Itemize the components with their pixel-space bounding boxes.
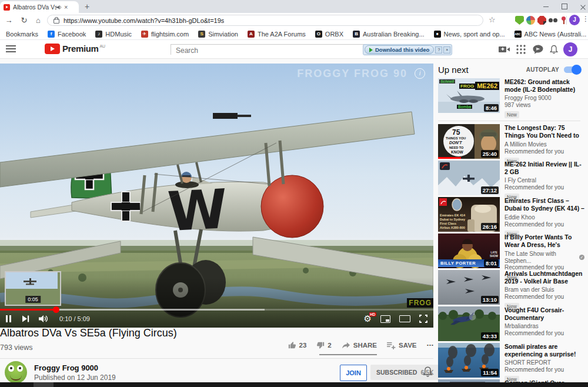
up-next-item[interactable]: 11:54 Somali pirates are experiencing a … bbox=[438, 343, 585, 383]
dislike-button[interactable]: 2 bbox=[316, 341, 331, 349]
video-thumbnail[interactable]: Schnell FROG ME262 Bomba 8:46 bbox=[438, 78, 500, 113]
bookmark-item[interactable]: Bookmarks bbox=[6, 31, 38, 38]
idm-extension-icon[interactable] bbox=[526, 16, 535, 25]
channel-name[interactable]: Froggy Frog 9000 bbox=[34, 363, 98, 372]
video-thumbnail[interactable]: 13:10 bbox=[438, 270, 500, 305]
padlock-icon[interactable] bbox=[54, 19, 59, 24]
save-button[interactable]: SAVE bbox=[387, 342, 416, 349]
suggested-meta: Recommended for you bbox=[505, 148, 584, 155]
channel-notification-bell-icon[interactable] bbox=[422, 366, 433, 381]
pause-button[interactable] bbox=[6, 315, 13, 322]
url-text[interactable]: https://www.youtube.com/watch?v=4h31bh-g… bbox=[64, 17, 224, 24]
guide-menu-icon[interactable] bbox=[6, 45, 16, 53]
up-next-heading: Up next bbox=[438, 65, 469, 75]
video-thumbnail[interactable]: 43:33 bbox=[438, 306, 500, 341]
suggested-title: If Billy Porter Wants To Wear A Dress, H… bbox=[505, 233, 584, 249]
video-thumbnail[interactable]: 27:12 bbox=[438, 161, 500, 195]
up-next-sidebar: Up next AUTOPLAY Schnell FROG ME262 Bomb… bbox=[438, 64, 585, 386]
theater-mode-button[interactable] bbox=[399, 315, 410, 322]
channel-avatar[interactable] bbox=[5, 361, 27, 383]
suggested-meta: 987 views bbox=[505, 102, 584, 109]
video-title: Albatros DVa Vs SE5a (Flying Circus) bbox=[0, 327, 306, 339]
time-display: 0:10 / 5:09 bbox=[59, 315, 90, 322]
volume-button[interactable] bbox=[39, 315, 49, 323]
up-next-item[interactable]: Schnell FROG ME262 Bomba 8:46 ME262: Gro… bbox=[438, 78, 585, 119]
browser-tab[interactable]: Albatros DVa Vs SE5a (Flying × bbox=[0, 1, 79, 13]
miniplayer-button[interactable] bbox=[380, 315, 390, 323]
search-input[interactable] bbox=[171, 46, 369, 55]
home-button[interactable]: ⌂ bbox=[33, 15, 44, 26]
youtube-premium-logo[interactable]: Premium AU bbox=[45, 44, 105, 54]
video-thumbnail[interactable]: 11:54 bbox=[438, 343, 500, 378]
glasses-extension-icon[interactable] bbox=[549, 16, 557, 25]
forward-button[interactable]: → bbox=[4, 15, 14, 26]
suggested-channel: I Fly Central bbox=[505, 177, 536, 184]
youtube-profile-avatar[interactable]: J bbox=[563, 42, 577, 56]
bookmark-item[interactable]: OORBX bbox=[315, 31, 343, 38]
fullscreen-button[interactable] bbox=[419, 315, 427, 323]
search-box[interactable] bbox=[171, 44, 369, 55]
seek-preview-thumbnail: 0:05 bbox=[5, 271, 61, 306]
video-info-card-icon[interactable]: i bbox=[415, 68, 425, 79]
bookmark-item[interactable]: BAustralian Breaking... bbox=[353, 31, 425, 38]
video-player[interactable]: W bbox=[0, 64, 433, 328]
tab-audio-icon[interactable] bbox=[56, 5, 62, 10]
new-tab-button[interactable]: + bbox=[82, 2, 92, 11]
video-thumbnail[interactable]: BILLY PORTER LATE SHOW 8:01 bbox=[438, 233, 500, 268]
idm-help-button[interactable]: ? bbox=[435, 46, 442, 54]
autoplay-toggle[interactable] bbox=[564, 66, 580, 73]
download-video-button[interactable]: Download this video bbox=[365, 45, 434, 54]
news-favicon: ● bbox=[434, 31, 441, 38]
up-next-item[interactable]: 75 THINGS YOU DON'T NEED TO KNOW 25:40 T… bbox=[438, 124, 585, 165]
more-actions-button[interactable]: ⋯ bbox=[427, 341, 434, 349]
idm-close-button[interactable]: × bbox=[443, 46, 450, 54]
video-thumbnail[interactable]: Emirates EK 414 Dubai to Sydney First Cl… bbox=[438, 197, 500, 232]
create-video-icon[interactable] bbox=[499, 45, 510, 54]
bookmark-item[interactable]: fFacebook bbox=[48, 31, 86, 38]
idm-download-bar: Download this video ? × bbox=[363, 44, 452, 55]
up-next-item[interactable]: Emirates EK 414 Dubai to Sydney First Cl… bbox=[438, 197, 585, 238]
address-bar[interactable]: https://www.youtube.com/watch?v=4h31bh-g… bbox=[47, 15, 483, 26]
suggested-title: Vought F4U Corsair-Documentary bbox=[505, 306, 584, 322]
video-duration: 11:54 bbox=[481, 369, 499, 376]
window-close-button[interactable] bbox=[580, 4, 586, 9]
view-count: 793 views bbox=[0, 343, 33, 352]
bookmark-item[interactable]: ♪HDMusic bbox=[95, 31, 132, 38]
up-next-item[interactable]: 13:10 Arrivals Luchtmachtdagen 2019 - Vo… bbox=[438, 270, 585, 311]
share-button[interactable]: SHARE bbox=[342, 342, 377, 349]
tab-close-icon[interactable]: × bbox=[64, 4, 68, 11]
adguard-extension-icon[interactable] bbox=[515, 16, 524, 25]
like-button[interactable]: 23 bbox=[288, 341, 307, 349]
up-next-item[interactable]: 27:12 ME-262 Initial Review || IL-2 GB I… bbox=[438, 161, 585, 201]
video-thumbnail[interactable]: 75 THINGS YOU DON'T NEED TO KNOW 25:40 bbox=[438, 124, 500, 159]
window-maximize-button[interactable] bbox=[562, 4, 567, 9]
notifications-bell-icon[interactable] bbox=[549, 45, 561, 54]
bookmark-item[interactable]: ✈flightsim.com bbox=[141, 31, 189, 38]
browser-profile-avatar[interactable]: J bbox=[569, 15, 580, 25]
taskbar-app-button[interactable] bbox=[34, 382, 54, 387]
bookmark-item[interactable]: SSimviation bbox=[198, 31, 238, 38]
bookmark-item[interactable]: ABCABC News (Australi... bbox=[514, 31, 587, 38]
messages-icon[interactable] bbox=[533, 45, 544, 54]
settings-gear-icon[interactable]: ⚙ HD bbox=[364, 315, 372, 323]
flightsim-favicon: ✈ bbox=[141, 31, 148, 38]
like-ratio-bar bbox=[319, 354, 377, 355]
bookmark-star-icon[interactable]: ☆ bbox=[489, 15, 496, 24]
bookmark-item[interactable]: AThe A2A Forums bbox=[248, 31, 306, 38]
video-duration: 8:46 bbox=[484, 104, 499, 112]
bookmark-item[interactable]: ●News, sport and op... bbox=[434, 31, 505, 38]
adblock-extension-icon[interactable]: 4 bbox=[537, 16, 546, 25]
facebook-favicon: f bbox=[48, 31, 55, 38]
join-button[interactable]: JOIN bbox=[340, 365, 367, 381]
window-minimize-button[interactable] bbox=[543, 6, 549, 7]
youtube-favicon bbox=[4, 4, 10, 11]
new-badge: New bbox=[505, 111, 519, 118]
progress-bar[interactable] bbox=[0, 309, 433, 311]
simviation-favicon: S bbox=[198, 31, 205, 38]
up-next-item[interactable]: 43:33 Vought F4U Corsair-Documentary Mrb… bbox=[438, 306, 585, 341]
browser-menu-icon[interactable]: ⋮ bbox=[582, 15, 588, 23]
next-video-button[interactable] bbox=[22, 315, 29, 322]
windows-taskbar[interactable] bbox=[0, 382, 588, 387]
apps-grid-icon[interactable] bbox=[516, 45, 528, 54]
reload-button[interactable]: ↻ bbox=[19, 15, 29, 26]
